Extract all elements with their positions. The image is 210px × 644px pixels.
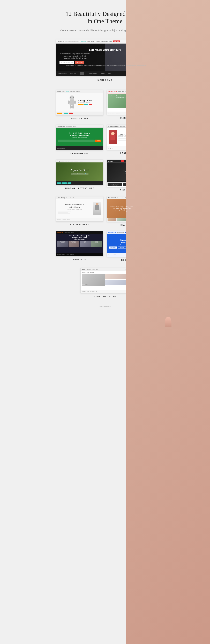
ta-nav: Home Destinations About	[70, 160, 83, 162]
buero-magazine-bar: Buero Magazine Culture Tech ○ ○ ○	[81, 268, 129, 271]
design-flow-browser-bar: Design Flow Demos Home Post Features	[56, 90, 103, 93]
bm-main-image: Feature Story	[82, 274, 105, 286]
design-flow-robot-svg	[67, 95, 77, 109]
bm-nav: Magazine Culture Tech	[87, 269, 98, 270]
rc-nav-1: Home	[117, 232, 120, 233]
am-nav: Home About Blog	[66, 197, 75, 198]
s24-nav-3: Videos	[71, 232, 74, 233]
am-photo	[93, 202, 102, 216]
demo-design-flow[interactable]: Design Flow Demos Home Post Features	[56, 90, 103, 120]
demo-buero-magazine[interactable]: Buero Magazine Culture Tech ○ ○ ○ Design…	[81, 268, 129, 298]
svg-point-11	[73, 97, 74, 98]
ta-tag-2: Mountains	[62, 182, 67, 184]
cryptograph-thumb: Cryptograph Home News Markets Free PDF G…	[56, 125, 103, 150]
hero-body: Subscribe to our blog updates and instan…	[60, 53, 90, 59]
allen-murphy-label: ALLEN MURPHY	[56, 224, 103, 226]
tc-nav-1: Home	[114, 160, 117, 162]
mia-lovecraft-logo: Mia Lovecraft	[108, 197, 116, 198]
startups-today-logo: Startups Today	[108, 91, 117, 92]
bm-nav-3: Tech	[96, 269, 98, 270]
svg-rect-5	[70, 100, 74, 106]
nav-demos[interactable]: Demos	[81, 40, 86, 42]
hj-nav-1: About	[120, 126, 122, 127]
ta-tag-1: Beach	[57, 182, 61, 184]
ml-headline: Dapper-style. Finger-licking food, and t…	[108, 206, 135, 210]
nav-post[interactable]: Post	[91, 40, 94, 42]
rc-get-started[interactable]: Get Started	[109, 246, 117, 248]
cryptograph-content: Free PDF Guide: How toTrade Cryptocurren…	[56, 128, 103, 146]
s24-cell-3: SportNews	[80, 241, 91, 247]
allen-murphy-bar: Allen Murphy Home About Blog	[56, 196, 103, 199]
df-footer-tag2	[64, 112, 68, 114]
svg-rect-7	[74, 100, 76, 104]
email-icon: ✉	[61, 62, 62, 63]
ta-search: Search destinations... 🔍	[71, 173, 89, 175]
am-footer: Personal · Lifestyle · Stories	[56, 218, 103, 222]
rocketcloud-logo: RocketCloud	[108, 232, 115, 233]
design-flow-logo: Design Flow	[57, 91, 64, 92]
s24-cell-2-text: Pellentesquepor amet	[69, 241, 80, 244]
hero-form: ✉ Enter your email Subscribe	[60, 61, 150, 64]
hero-checkbox-text: ☐By checking this box, you confirm that …	[60, 65, 150, 66]
crypto-button[interactable]: Submit	[95, 140, 101, 142]
bm-footer-text: Design · Culture · Technology · Art	[82, 291, 98, 292]
df-footer-tag3	[69, 112, 73, 114]
demos-grid: Design Flow Demos Home Post Features	[56, 90, 154, 261]
crypto-sub: Enter your email to download	[58, 137, 101, 138]
allen-murphy-logo: Allen Murphy	[57, 197, 65, 198]
demo-allen-murphy[interactable]: Allen Murphy Home About Blog The Downtow…	[56, 196, 103, 226]
design-flow-sub: Creative agency blog	[78, 102, 92, 103]
tc-nav-join[interactable]: Join	[121, 160, 124, 162]
s24-grid: Nexum DoptorAdipiscing Pellentesquepor a…	[57, 241, 102, 247]
svg-rect-9	[72, 106, 74, 108]
subscribe-button[interactable]: Subscribe	[75, 61, 84, 64]
nav-buy-now[interactable]: Buy Now	[113, 40, 120, 42]
demo-mia-lovecraft[interactable]: Mia Lovecraft Home Recipes Travel Dapp	[107, 196, 154, 226]
mia-lovecraft-content: Dapper-style. Finger-licking food, and t…	[107, 199, 154, 218]
am-headline: The Downtown Stories &Allen Murphy	[58, 204, 92, 208]
bm-category-nav: Design Culture Tech Art	[82, 272, 128, 273]
demo-sports-24[interactable]: sports 24 Home News Videos View How Adve…	[56, 231, 103, 261]
crypto-footer-text: Anween Elefend	[57, 148, 65, 149]
tc-card-1: Vintage MccormickAgent Details	[107, 183, 122, 186]
buero-magazine-content: Design Culture Tech Art Feature Story	[81, 271, 129, 290]
tc-card-1-text: Vintage MccormickAgent Details	[108, 184, 122, 186]
df-footer-tag1	[57, 112, 62, 114]
nav-categories[interactable]: Categories	[102, 40, 108, 42]
s24-cell-3-text: SportNews	[80, 241, 91, 244]
am-footer-text: Personal · Lifestyle · Stories	[57, 219, 70, 220]
df-nav-1: Demos	[66, 91, 69, 92]
tropical-adventures-thumb: Tropical Adventures Home Destinations Ab…	[56, 160, 103, 185]
design-flow-thumb: Design Flow Demos Home Post Features	[56, 90, 103, 116]
title-line2: in One Theme	[88, 18, 122, 24]
tc-nav-2: About	[117, 160, 120, 162]
nav-features[interactable]: Features	[95, 40, 101, 42]
tropical-adventures-label: TROPICAL ADVENTURES	[56, 187, 103, 189]
cr-nav-3: Markets	[73, 126, 76, 127]
svg-point-10	[70, 97, 71, 98]
cr-nav-2: News	[69, 126, 72, 127]
s24-footer-item-1: Anween Elefend	[57, 254, 65, 255]
rc-footer-text: Trusted by 10,000+ businesses worldwide	[108, 254, 127, 256]
nav-shop[interactable]: Shop	[109, 40, 112, 42]
sports-24-footer: Anween Elefend Elena Morcoes	[56, 253, 103, 256]
cryptograph-bar: Cryptograph Home News Markets	[56, 125, 103, 128]
footer-item-5: Elena	[108, 73, 111, 74]
demo-tropical-adventures[interactable]: Tropical Adventures Home Destinations Ab…	[56, 160, 103, 191]
bm-icon-1: ○	[125, 269, 126, 270]
bm-cat-4: Art	[92, 272, 94, 273]
tropical-adventures-bar: Tropical Adventures Home Destinations Ab…	[56, 160, 103, 162]
demo-cryptograph[interactable]: Cryptograph Home News Markets Free PDF G…	[56, 125, 103, 154]
am-tagline: My personal blog, Allen Murphy	[58, 209, 92, 210]
sports-24-thumb: sports 24 Home News Videos View How Adve…	[56, 231, 103, 256]
ta-nav-3: About	[80, 160, 83, 162]
sports-24-content: View How Advertising QuiteHamper Quam To…	[56, 234, 103, 253]
main-demo-logo: Expertly	[58, 41, 64, 42]
design-flow-footer	[56, 112, 103, 115]
crypto-title: Free PDF Guide: How toTrade Cryptocurren…	[58, 132, 101, 136]
rc-learn-more[interactable]: Learn More	[118, 246, 126, 248]
hj-photo	[108, 130, 117, 144]
nav-home[interactable]: Home	[87, 40, 90, 42]
tropical-footer: Beach Mountains Cities	[56, 181, 103, 185]
crypto-input	[58, 140, 95, 142]
